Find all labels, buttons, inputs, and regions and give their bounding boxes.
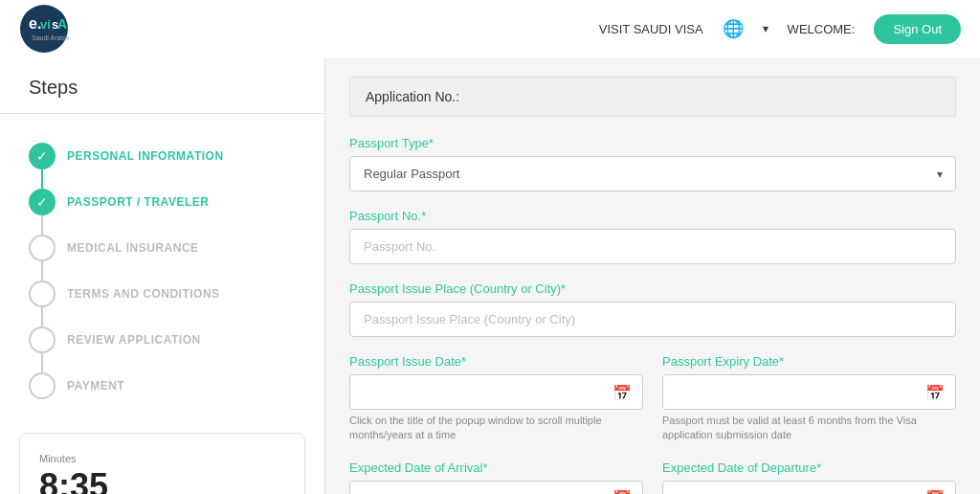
passport-expiry-date-group: Passport Expiry Date* 📅 Passport must be… [662, 354, 956, 443]
step-list: ✓ PERSONAL INFORMATION ✓ PASSPORT / TRAV… [0, 133, 324, 409]
expected-arrival-group: Expected Date of Arrival* 📅 [349, 460, 643, 494]
passport-expiry-date-hint: Passport must be valid at least 6 months… [662, 414, 956, 443]
form-section: Passport Type* Regular Passport Official… [349, 136, 956, 494]
passport-type-group: Passport Type* Regular Passport Official… [349, 136, 956, 191]
dropdown-arrow-icon: ▾ [763, 22, 768, 35]
application-no-bar: Application No.: [349, 77, 956, 117]
svg-text:vi: vi [40, 17, 51, 32]
step-circle-personal: ✓ [29, 143, 56, 169]
step-item-review[interactable]: REVIEW APPLICATION [29, 317, 296, 363]
step-circle-terms [29, 281, 56, 307]
expected-departure-group: Expected Date of Departure* 📅 [662, 460, 956, 494]
svg-text:Saudi Arabia: Saudi Arabia [32, 34, 69, 41]
expected-departure-label: Expected Date of Departure* [662, 460, 956, 475]
date-fields-row: Passport Issue Date* 📅 Click on the titl… [349, 354, 956, 460]
step-label-payment: PAYMENT [67, 379, 124, 393]
visit-saudi-link[interactable]: VISIT SAUDI VISA [599, 22, 703, 36]
header-right: VISIT SAUDI VISA 🌐 ▾ WELCOME: Sign Out [599, 14, 961, 44]
passport-issue-place-label: Passport Issue Place (Country or City)* [349, 281, 956, 296]
passport-issue-date-hint: Click on the title of the popup window t… [349, 414, 643, 443]
sidebar: Steps ✓ PERSONAL INFORMATION ✓ PASSPORT … [0, 57, 325, 494]
expected-arrival-wrapper: 📅 [349, 481, 643, 494]
expected-date-fields-row: Expected Date of Arrival* 📅 Expected Dat… [349, 460, 956, 494]
globe-icon[interactable]: 🌐 [723, 18, 744, 39]
signout-button[interactable]: Sign Out [874, 14, 961, 44]
step-circle-payment [29, 372, 56, 399]
steps-title: Steps [0, 77, 324, 114]
step-circle-passport: ✓ [29, 189, 56, 215]
passport-issue-date-input[interactable] [349, 374, 643, 410]
logo: e. vi s A Saudi Arabia [19, 4, 69, 54]
passport-no-input[interactable] [349, 229, 956, 264]
application-no-label: Application No.: [366, 89, 459, 104]
step-label-passport: PASSPORT / TRAVELER [67, 195, 209, 209]
passport-expiry-date-input[interactable] [662, 374, 956, 410]
timer-card: Minutes 8:35 The session times out after… [19, 433, 305, 494]
passport-expiry-date-label: Passport Expiry Date* [662, 354, 956, 369]
passport-no-group: Passport No.* [349, 209, 956, 264]
welcome-label: WELCOME: [788, 22, 856, 36]
expected-departure-wrapper: 📅 [662, 481, 956, 494]
step-item-medical[interactable]: MEDICAL INSURANCE [29, 225, 296, 271]
content-area: Application No.: Passport Type* Regular … [325, 57, 980, 494]
passport-expiry-date-wrapper: 📅 [662, 374, 956, 410]
svg-text:A: A [57, 16, 67, 32]
step-label-terms: TERMS AND CONDITIONS [67, 287, 220, 301]
step-item-personal[interactable]: ✓ PERSONAL INFORMATION [29, 133, 296, 179]
step-circle-medical [29, 235, 56, 261]
step-item-payment[interactable]: PAYMENT [29, 363, 296, 409]
passport-type-select[interactable]: Regular Passport Official Passport Diplo… [349, 156, 956, 191]
step-circle-review [29, 326, 56, 353]
passport-no-label: Passport No.* [349, 209, 956, 223]
passport-issue-date-label: Passport Issue Date* [349, 354, 643, 369]
passport-type-select-wrapper: Regular Passport Official Passport Diplo… [349, 156, 956, 191]
timer-minutes-label: Minutes [39, 453, 285, 464]
passport-issue-date-wrapper: 📅 [349, 374, 643, 410]
expected-arrival-label: Expected Date of Arrival* [349, 460, 643, 475]
main-layout: Steps ✓ PERSONAL INFORMATION ✓ PASSPORT … [0, 57, 980, 494]
step-label-medical: MEDICAL INSURANCE [67, 241, 199, 255]
passport-type-label: Passport Type* [349, 136, 956, 150]
timer-value: 8:35 [39, 466, 285, 494]
step-item-terms[interactable]: TERMS AND CONDITIONS [29, 271, 296, 317]
passport-issue-date-group: Passport Issue Date* 📅 Click on the titl… [349, 354, 643, 443]
expected-departure-input[interactable] [662, 481, 956, 494]
step-label-review: REVIEW APPLICATION [67, 333, 201, 347]
passport-issue-place-input[interactable] [349, 302, 956, 337]
step-label-personal: PERSONAL INFORMATION [67, 149, 224, 163]
step-item-passport[interactable]: ✓ PASSPORT / TRAVELER [29, 179, 296, 225]
expected-arrival-input[interactable] [349, 481, 643, 494]
passport-issue-place-group: Passport Issue Place (Country or City)* [349, 281, 956, 337]
header: e. vi s A Saudi Arabia VISIT SAUDI VISA … [0, 0, 980, 57]
